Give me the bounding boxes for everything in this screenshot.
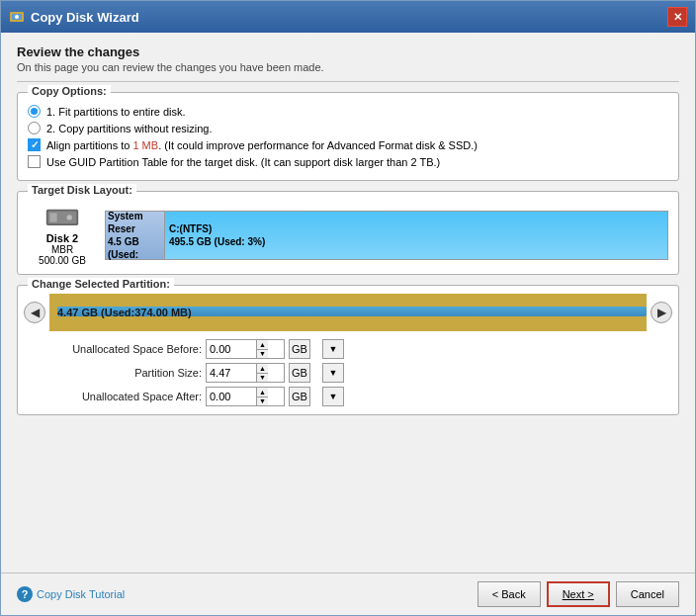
help-link[interactable]: ? Copy Disk Tutorial (17, 586, 125, 602)
svg-rect-5 (49, 213, 56, 221)
option1-label: 1. Fit partitions to entire disk. (46, 106, 186, 118)
main-window: Copy Disk Wizard ✕ Review the changes On… (0, 0, 696, 616)
option2-radio[interactable] (28, 122, 41, 134)
wizard-icon (9, 9, 25, 25)
option4-label: Use GUID Partition Table for the target … (46, 156, 440, 168)
partition-size-down[interactable]: ▼ (257, 374, 268, 383)
unallocated-after-up[interactable]: ▲ (257, 388, 268, 397)
unallocated-before-up[interactable]: ▲ (257, 340, 268, 350)
partition-size-dropdown[interactable]: ▼ (322, 363, 344, 383)
option1-radio[interactable] (28, 105, 41, 118)
partition-size-input[interactable] (207, 366, 256, 380)
disk-type: MBR (28, 244, 97, 255)
content-area: Review the changes On this page you can … (1, 33, 695, 572)
unallocated-before-input-wrap: ▲ ▼ (206, 339, 285, 359)
help-icon: ? (17, 586, 33, 602)
bar-label: 4.47 GB (Used:374.00 MB) (57, 307, 192, 318)
unallocated-after-label: Unallocated Space After: (44, 391, 202, 402)
target-disk-section: Target Disk Layout: Disk 2 MBR 500.00 GB (17, 191, 679, 275)
unallocated-before-spinner: ▲ ▼ (256, 340, 268, 358)
option1-row: 1. Fit partitions to entire disk. (28, 105, 668, 118)
cancel-button[interactable]: Cancel (616, 581, 679, 607)
help-link-text: Copy Disk Tutorial (37, 588, 125, 600)
next-button[interactable]: Next > (547, 581, 610, 607)
copy-options-label: Copy Options: (28, 85, 111, 97)
unallocated-before-unit: GB (289, 339, 310, 359)
resize-bar: 4.47 GB (Used:374.00 MB) (49, 294, 647, 331)
close-button[interactable]: ✕ (667, 7, 687, 27)
change-partition-label: Change Selected Partition: (28, 278, 174, 290)
partition-form: Unallocated Space Before: ▲ ▼ GB ▼ Parti… (24, 339, 672, 406)
right-arrow-button[interactable]: ▶ (651, 302, 672, 323)
page-header: Review the changes On this page you can … (17, 44, 679, 82)
left-arrow-button[interactable]: ◀ (24, 302, 45, 323)
unallocated-after-spinner: ▲ ▼ (256, 388, 268, 405)
partition-size-up[interactable]: ▲ (257, 364, 268, 374)
option3-label: Align partitions to 1 MB. (It could impr… (46, 139, 478, 151)
partition-system-label: System Reser 4.5 GB (Used: (108, 210, 162, 261)
partition-size-unit: GB (289, 363, 310, 383)
partition-size-input-wrap: ▲ ▼ (206, 363, 285, 383)
window-title: Copy Disk Wizard (31, 10, 661, 25)
unallocated-after-input-wrap: ▲ ▼ (206, 387, 285, 406)
unallocated-before-label: Unallocated Space Before: (44, 343, 202, 355)
option2-label: 2. Copy partitions without resizing. (46, 123, 213, 134)
partition-main[interactable]: C:(NTFS) 495.5 GB (Used: 3%) (165, 212, 667, 259)
unallocated-before-input[interactable] (207, 342, 256, 356)
unallocated-after-dropdown[interactable]: ▼ (322, 387, 344, 406)
disk-layout-row: Disk 2 MBR 500.00 GB System Reser 4.5 GB… (28, 204, 668, 266)
unallocated-before-dropdown[interactable]: ▼ (322, 339, 344, 359)
option3-row: ✓ Align partitions to 1 MB. (It could im… (28, 138, 668, 151)
checkmark: ✓ (31, 140, 39, 150)
target-disk-label: Target Disk Layout: (28, 184, 136, 196)
page-title: Review the changes (17, 44, 679, 59)
svg-point-2 (15, 15, 19, 19)
partition-size-spinner: ▲ ▼ (256, 364, 268, 382)
disk-size: 500.00 GB (28, 255, 97, 266)
partition-system[interactable]: System Reser 4.5 GB (Used: (106, 212, 165, 259)
option4-checkbox[interactable] (28, 155, 41, 168)
option4-row: Use GUID Partition Table for the target … (28, 155, 668, 168)
partitions-bar: System Reser 4.5 GB (Used: C:(NTFS) 495.… (105, 211, 668, 260)
option3-checkbox[interactable]: ✓ (28, 138, 41, 151)
partition-main-label: C:(NTFS) 495.5 GB (Used: 3%) (169, 222, 265, 248)
unallocated-after-down[interactable]: ▼ (257, 397, 268, 406)
unallocated-before-down[interactable]: ▼ (257, 350, 268, 359)
copy-options-section: Copy Options: 1. Fit partitions to entir… (17, 92, 679, 181)
unallocated-after-unit: GB (289, 387, 310, 406)
btn-group: < Back Next > Cancel (478, 581, 679, 607)
footer: ? Copy Disk Tutorial < Back Next > Cance… (1, 572, 695, 615)
bar-container: ◀ 4.47 GB (Used:374.00 MB) ▶ (24, 294, 672, 331)
back-button[interactable]: < Back (478, 581, 541, 607)
option2-row: 2. Copy partitions without resizing. (28, 122, 668, 134)
radio-inner (31, 108, 38, 115)
disk-info: Disk 2 MBR 500.00 GB (28, 204, 97, 266)
partition-size-label: Partition Size: (44, 367, 202, 379)
disk-name: Disk 2 (28, 232, 97, 244)
change-partition-section: Change Selected Partition: ◀ 4.47 GB (Us… (17, 285, 679, 415)
page-subtitle: On this page you can review the changes … (17, 61, 679, 73)
disk-icon (44, 204, 80, 229)
title-bar: Copy Disk Wizard ✕ (1, 1, 695, 33)
svg-point-6 (67, 215, 72, 220)
unallocated-after-input[interactable] (207, 390, 256, 403)
